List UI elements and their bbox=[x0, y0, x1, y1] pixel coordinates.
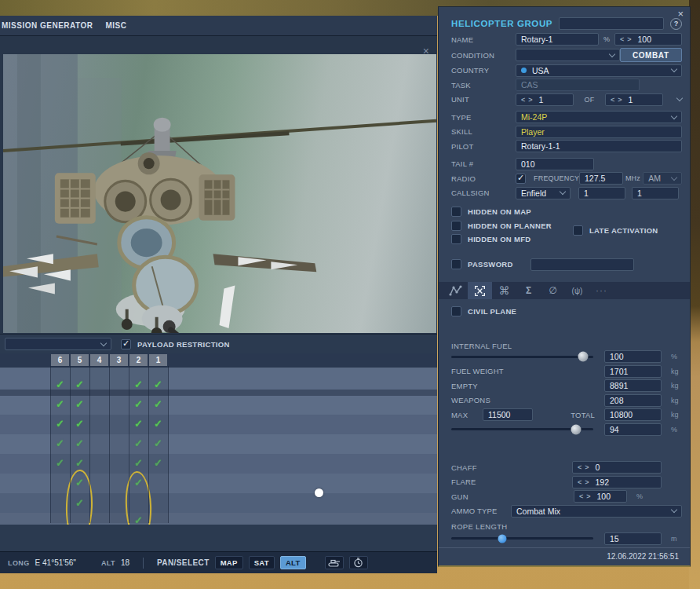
hidden-on-mfd-checkbox[interactable] bbox=[451, 234, 461, 244]
increment-icon[interactable]: > bbox=[585, 478, 589, 486]
decrement-icon[interactable]: < bbox=[611, 96, 614, 104]
payload-check[interactable]: ✓ bbox=[56, 457, 64, 469]
help-icon[interactable]: ? bbox=[670, 18, 682, 30]
callsign-value: Enfield bbox=[521, 188, 546, 198]
payload-check[interactable]: ✓ bbox=[134, 477, 143, 488]
name-input[interactable]: Rotary-1 bbox=[516, 33, 599, 46]
password-checkbox[interactable] bbox=[451, 259, 461, 269]
total-percent-value[interactable]: 94 bbox=[604, 423, 662, 436]
menu-item[interactable]: MISSION GENERATOR bbox=[2, 21, 93, 30]
sat-button[interactable]: SAT bbox=[249, 556, 275, 569]
internal-fuel-value[interactable]: 100 bbox=[604, 350, 662, 363]
payload-check[interactable]: ✓ bbox=[154, 398, 162, 410]
map-button[interactable]: MAP bbox=[215, 556, 243, 569]
group-size-stepper[interactable]: < > 100 bbox=[614, 33, 682, 46]
payload-check[interactable]: ✓ bbox=[134, 457, 143, 469]
failures-tab[interactable]: ∅ bbox=[541, 282, 565, 299]
vehicle-icon[interactable] bbox=[325, 556, 344, 569]
chaff-stepper[interactable]: < > 0 bbox=[572, 461, 662, 474]
payload-check[interactable]: ✓ bbox=[75, 457, 84, 469]
summary-tab[interactable]: Σ bbox=[516, 282, 541, 299]
payload-check[interactable]: ✓ bbox=[134, 514, 143, 525]
decrement-icon[interactable]: < bbox=[578, 463, 582, 471]
payload-check[interactable]: ✓ bbox=[134, 418, 143, 430]
payload-check[interactable]: ✓ bbox=[134, 437, 143, 449]
increment-icon[interactable]: > bbox=[618, 96, 622, 104]
increment-icon[interactable]: > bbox=[586, 492, 590, 500]
unit-count-stepper[interactable]: < > 1 bbox=[516, 93, 574, 106]
late-activation-checkbox[interactable] bbox=[573, 225, 583, 236]
menu-item[interactable]: MISC bbox=[105, 21, 126, 30]
rope-length-value[interactable]: 15 bbox=[604, 532, 662, 545]
condition-dropdown[interactable] bbox=[516, 49, 620, 61]
clock-icon[interactable] bbox=[349, 556, 368, 569]
hidden-on-planner-checkbox[interactable] bbox=[451, 221, 461, 231]
radio-presets-tab[interactable]: (ψ) bbox=[565, 282, 589, 299]
gun-stepper[interactable]: < > 100 bbox=[574, 490, 627, 503]
weapons-weight-value[interactable]: 208 bbox=[604, 394, 662, 407]
hidden-on-map-checkbox[interactable] bbox=[451, 207, 461, 217]
payload-check[interactable]: ✓ bbox=[75, 398, 84, 410]
decrement-icon[interactable]: < bbox=[620, 35, 624, 43]
flare-stepper[interactable]: < > 192 bbox=[572, 476, 662, 488]
slider-knob[interactable] bbox=[571, 424, 582, 434]
slider-knob[interactable] bbox=[578, 352, 589, 362]
payload-check[interactable]: ✓ bbox=[75, 477, 84, 488]
pilot-input[interactable]: Rotary-1-1 bbox=[516, 140, 682, 152]
payload-check[interactable]: ✓ bbox=[134, 379, 143, 390]
payload-check[interactable]: ✓ bbox=[75, 497, 84, 509]
payload-check[interactable]: ✓ bbox=[75, 418, 84, 430]
slider-knob[interactable] bbox=[498, 534, 507, 543]
fuel-weight-value[interactable]: 1701 bbox=[604, 365, 662, 378]
more-tab[interactable]: ··· bbox=[589, 282, 614, 299]
internal-fuel-slider[interactable] bbox=[451, 356, 593, 358]
payload-check[interactable]: ✓ bbox=[56, 437, 64, 449]
total-weight-value[interactable]: 10800 bbox=[604, 408, 662, 421]
close-icon[interactable]: × bbox=[677, 9, 684, 18]
payload-check[interactable]: ✓ bbox=[75, 379, 84, 390]
combat-button[interactable]: COMBAT bbox=[620, 48, 682, 62]
increment-icon[interactable]: > bbox=[528, 96, 532, 104]
payload-restriction-checkbox[interactable] bbox=[121, 339, 131, 349]
callsign-dropdown[interactable]: Enfield bbox=[516, 187, 571, 199]
payload-check[interactable]: ✓ bbox=[154, 457, 162, 469]
civil-plane-label: CIVIL PLANE bbox=[468, 307, 516, 316]
max-weight-value[interactable]: 11500 bbox=[483, 408, 533, 421]
chevron-down-icon[interactable] bbox=[676, 95, 683, 101]
civil-plane-checkbox[interactable] bbox=[451, 306, 461, 316]
country-dropdown[interactable]: USA bbox=[516, 64, 682, 77]
type-dropdown[interactable]: Mi-24P bbox=[516, 111, 682, 123]
payload-check[interactable]: ✓ bbox=[154, 437, 162, 449]
payload-check[interactable]: ✓ bbox=[134, 398, 143, 410]
route-tab[interactable] bbox=[443, 282, 468, 299]
unit-total-stepper[interactable]: < > 1 bbox=[605, 93, 663, 106]
frequency-input[interactable]: 127.5 bbox=[579, 172, 623, 185]
rotor-tab[interactable]: ⌘ bbox=[492, 282, 516, 299]
decrement-icon[interactable]: < bbox=[579, 492, 583, 500]
password-input[interactable] bbox=[530, 258, 634, 271]
skill-field[interactable]: Player bbox=[516, 126, 682, 138]
increment-icon[interactable]: > bbox=[627, 35, 631, 43]
payload-check[interactable]: ✓ bbox=[154, 418, 162, 430]
group-title-field[interactable] bbox=[559, 17, 664, 30]
payload-check[interactable]: ✓ bbox=[75, 437, 84, 449]
alt-button[interactable]: ALT bbox=[280, 556, 306, 569]
total-weight-slider[interactable] bbox=[451, 428, 593, 430]
callsign-flight-input[interactable]: 1 bbox=[578, 187, 625, 199]
empty-weight-value[interactable]: 8891 bbox=[604, 379, 662, 392]
payload-check[interactable]: ✓ bbox=[154, 379, 162, 390]
loadout-preset-dropdown[interactable] bbox=[5, 338, 111, 350]
payload-check[interactable]: ✓ bbox=[56, 418, 64, 430]
decrement-icon[interactable]: < bbox=[578, 478, 582, 486]
modulation-dropdown[interactable]: AM bbox=[643, 172, 682, 185]
decrement-icon[interactable]: < bbox=[521, 96, 525, 104]
tail-number-input[interactable]: 010 bbox=[516, 158, 594, 170]
increment-icon[interactable]: > bbox=[585, 463, 589, 471]
callsign-plane-input[interactable]: 1 bbox=[632, 187, 679, 199]
payload-check[interactable]: ✓ bbox=[56, 379, 64, 390]
radio-checkbox[interactable] bbox=[516, 174, 526, 184]
rope-length-slider[interactable] bbox=[451, 537, 593, 540]
payload-tab[interactable] bbox=[468, 282, 492, 299]
ammo-type-dropdown[interactable]: Combat Mix bbox=[511, 505, 682, 518]
payload-check[interactable]: ✓ bbox=[56, 398, 64, 410]
